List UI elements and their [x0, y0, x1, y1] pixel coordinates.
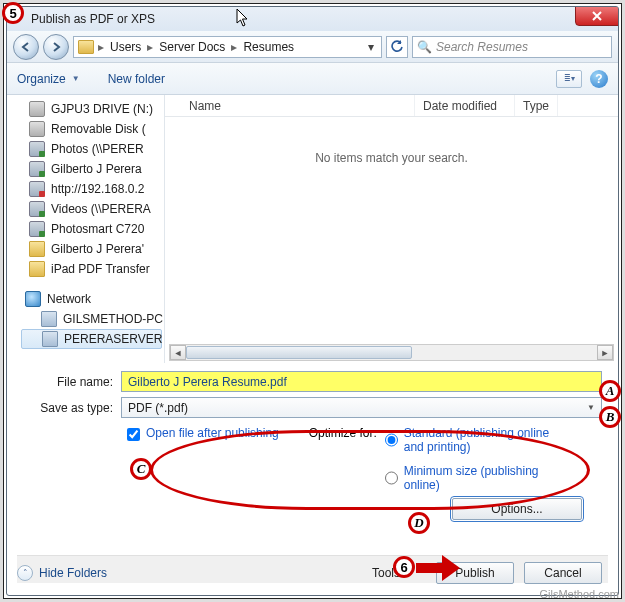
- close-button[interactable]: [575, 6, 619, 26]
- dialog-window: Publish as PDF or XPS ▸ Users ▸ Server D…: [6, 6, 619, 596]
- folder-icon: [29, 261, 45, 277]
- new-folder-button[interactable]: New folder: [108, 72, 165, 86]
- tree-item: Removable Disk (: [7, 119, 164, 139]
- col-date[interactable]: Date modified: [415, 95, 515, 116]
- tree-item: Gilberto J Perera': [7, 239, 164, 259]
- tree-item: GILSMETHOD-PC: [19, 309, 164, 329]
- network-drive-icon: [29, 221, 45, 237]
- toolbar: Organize ▼ New folder ≣ ▾ ?: [7, 63, 618, 95]
- breadcrumb-arrow: ▸: [147, 40, 153, 54]
- network-drive-error-icon: [29, 181, 45, 197]
- callout-B: B: [599, 406, 621, 428]
- tree-item: Gilberto J Perera: [7, 159, 164, 179]
- search-icon: 🔍: [417, 40, 432, 54]
- tree-item: Photosmart C720: [7, 219, 164, 239]
- optimize-standard-radio[interactable]: [385, 426, 398, 454]
- computer-icon: [42, 331, 58, 347]
- network-drive-icon: [29, 141, 45, 157]
- computer-icon: [41, 311, 57, 327]
- optimize-for-label: Optimize for:: [309, 426, 377, 492]
- breadcrumb-seg[interactable]: Server Docs: [155, 40, 229, 54]
- options-button[interactable]: Options...: [452, 498, 582, 520]
- organize-menu[interactable]: Organize ▼: [17, 72, 80, 86]
- hide-folders-button[interactable]: ˄ Hide Folders: [17, 565, 107, 581]
- arrow-left-icon: [20, 41, 32, 53]
- footer: ˄ Hide Folders Tools Publish Cancel: [17, 555, 608, 583]
- tree-network: Network: [19, 289, 164, 309]
- back-button[interactable]: [13, 34, 39, 60]
- breadcrumb-arrow: ▸: [98, 40, 104, 54]
- view-menu[interactable]: ≣ ▾: [556, 70, 582, 88]
- help-icon: ?: [595, 72, 602, 86]
- chevron-up-icon: ˄: [17, 565, 33, 581]
- column-headers: Name Date modified Type: [165, 95, 618, 117]
- watermark: GilsMethod.com: [540, 588, 619, 600]
- folder-tree[interactable]: GJPU3 DRIVE (N:) Removable Disk ( Photos…: [7, 95, 165, 363]
- search-input[interactable]: 🔍 Search Resumes: [412, 36, 612, 58]
- optimize-standard-label[interactable]: Standard (publishing online and printing…: [404, 426, 554, 454]
- callout-5: 5: [2, 2, 24, 24]
- callout-C: C: [130, 458, 152, 480]
- breadcrumb-seg[interactable]: Users: [106, 40, 145, 54]
- network-drive-icon: [29, 201, 45, 217]
- breadcrumb-arrow: ▸: [231, 40, 237, 54]
- col-type[interactable]: Type: [515, 95, 558, 116]
- open-after-label[interactable]: Open file after publishing: [146, 426, 279, 440]
- refresh-button[interactable]: [386, 36, 408, 58]
- chevron-down-icon: ▼: [587, 403, 595, 412]
- title-bar: Publish as PDF or XPS: [7, 7, 618, 31]
- callout-D: D: [408, 512, 430, 534]
- tree-item: http://192.168.0.2: [7, 179, 164, 199]
- drive-icon: [29, 101, 45, 117]
- network-drive-icon: [29, 161, 45, 177]
- open-after-checkbox[interactable]: [127, 428, 140, 441]
- file-name-input[interactable]: [121, 371, 602, 392]
- file-name-label: File name:: [23, 375, 121, 389]
- drive-icon: [29, 121, 45, 137]
- refresh-icon: [391, 40, 404, 53]
- close-icon: [591, 11, 603, 21]
- address-bar[interactable]: ▸ Users ▸ Server Docs ▸ Resumes ▾: [73, 36, 382, 58]
- callout-A: A: [599, 380, 621, 402]
- scroll-right-button[interactable]: ►: [597, 345, 613, 360]
- tree-item: Photos (\\PERER: [7, 139, 164, 159]
- scroll-thumb[interactable]: [186, 346, 412, 359]
- nav-bar: ▸ Users ▸ Server Docs ▸ Resumes ▾ 🔍 Sear…: [7, 31, 618, 63]
- folder-icon: [78, 40, 94, 54]
- optimize-minimum-radio[interactable]: [385, 464, 398, 492]
- scroll-left-button[interactable]: ◄: [170, 345, 186, 360]
- window-title: Publish as PDF or XPS: [31, 12, 155, 26]
- callout-6: 6: [393, 556, 415, 578]
- tree-item-selected: PERERASERVER: [21, 329, 162, 349]
- cancel-button[interactable]: Cancel: [524, 562, 602, 584]
- forward-button[interactable]: [43, 34, 69, 60]
- address-dropdown[interactable]: ▾: [363, 40, 377, 54]
- tree-item: Videos (\\PERERA: [7, 199, 164, 219]
- save-type-select[interactable]: PDF (*.pdf) ▼: [121, 397, 602, 418]
- optimize-minimum-label[interactable]: Minimum size (publishing online): [404, 464, 554, 492]
- search-placeholder: Search Resumes: [436, 40, 528, 54]
- empty-message: No items match your search.: [165, 151, 618, 165]
- tree-item: GJPU3 DRIVE (N:): [7, 99, 164, 119]
- chevron-down-icon: ▼: [72, 74, 80, 83]
- breadcrumb-seg[interactable]: Resumes: [239, 40, 298, 54]
- col-name[interactable]: Name: [165, 95, 415, 116]
- file-list[interactable]: Name Date modified Type No items match y…: [165, 95, 618, 363]
- save-type-label: Save as type:: [23, 401, 121, 415]
- help-button[interactable]: ?: [590, 70, 608, 88]
- arrow-right-icon: [50, 41, 62, 53]
- network-icon: [25, 291, 41, 307]
- folder-icon: [29, 241, 45, 257]
- horizontal-scrollbar[interactable]: ◄ ►: [169, 344, 614, 361]
- tree-item: iPad PDF Transfer: [7, 259, 164, 279]
